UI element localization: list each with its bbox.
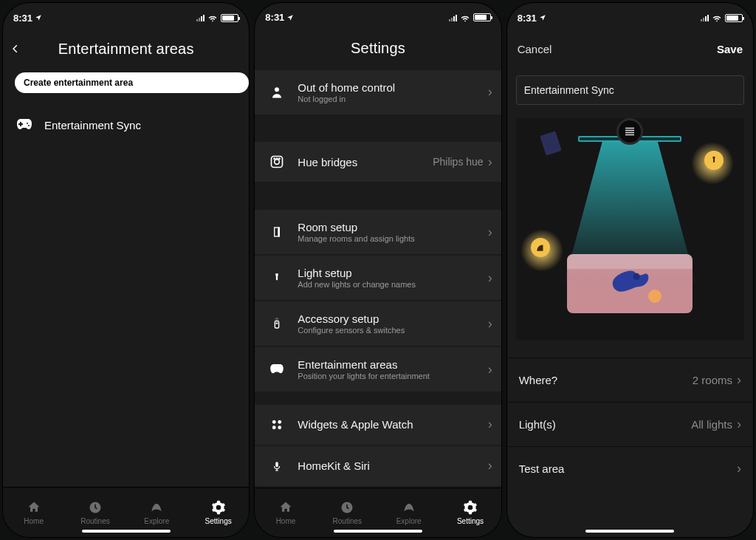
svg-rect-11 bbox=[276, 323, 278, 324]
light-bulb-topright[interactable] bbox=[704, 151, 724, 170]
signal-icon bbox=[449, 14, 457, 21]
nav-bar: Cancel Save bbox=[507, 33, 753, 65]
page-title: Entertainment areas bbox=[58, 41, 194, 58]
back-button[interactable] bbox=[10, 33, 21, 65]
chevron-right-icon: › bbox=[488, 458, 492, 474]
projector-icon[interactable] bbox=[616, 118, 643, 145]
cancel-button[interactable]: Cancel bbox=[518, 43, 552, 55]
battery-icon bbox=[725, 14, 743, 22]
tab-settings[interactable]: Settings bbox=[439, 488, 501, 537]
light-bulb-left[interactable] bbox=[531, 238, 550, 257]
save-button[interactable]: Save bbox=[717, 43, 743, 55]
location-icon bbox=[539, 14, 546, 21]
svg-point-6 bbox=[279, 159, 280, 160]
tab-settings[interactable]: Settings bbox=[188, 488, 249, 537]
option-test-area[interactable]: Test area › bbox=[507, 446, 753, 491]
svg-point-12 bbox=[272, 420, 276, 424]
svg-point-4 bbox=[274, 159, 275, 160]
signal-icon bbox=[196, 14, 205, 21]
wifi-icon bbox=[207, 13, 218, 23]
settings-light-setup[interactable]: Light setupAdd new lights or change name… bbox=[255, 256, 501, 300]
svg-point-3 bbox=[275, 160, 280, 165]
nav-bar: Settings bbox=[255, 32, 501, 64]
chevron-right-icon: › bbox=[488, 417, 492, 432]
svg-point-1 bbox=[275, 87, 279, 92]
person-icon bbox=[267, 85, 287, 100]
page-title: Settings bbox=[351, 40, 405, 57]
entertainment-area-label: Entertainment Sync bbox=[44, 119, 141, 131]
wifi-icon bbox=[460, 13, 470, 23]
chevron-right-icon: › bbox=[488, 316, 492, 332]
light-panel-left[interactable] bbox=[540, 131, 562, 155]
battery-icon bbox=[221, 14, 238, 22]
screen-settings: 8:31 Settings Out of home controlNot log… bbox=[255, 3, 501, 537]
microphone-icon bbox=[267, 458, 287, 474]
tab-home[interactable]: Home bbox=[3, 488, 64, 537]
home-indicator[interactable] bbox=[334, 530, 422, 533]
settings-out-of-home[interactable]: Out of home controlNot logged in › bbox=[255, 70, 501, 115]
chevron-right-icon: › bbox=[488, 270, 492, 286]
create-entertainment-area-button[interactable]: Create entertainment area bbox=[15, 72, 249, 93]
svg-point-14 bbox=[272, 425, 276, 429]
widgets-icon bbox=[267, 418, 287, 431]
svg-point-18 bbox=[633, 273, 640, 280]
home-indicator[interactable] bbox=[585, 530, 674, 533]
nav-bar: Entertainment areas bbox=[3, 33, 249, 65]
status-bar: 8:31 bbox=[507, 3, 753, 33]
home-indicator[interactable] bbox=[82, 530, 171, 533]
chevron-right-icon: › bbox=[488, 84, 492, 100]
option-lights[interactable]: Light(s) All lights › bbox=[507, 402, 753, 446]
character-graphic bbox=[609, 263, 650, 297]
area-name-input[interactable]: Entertainment Sync bbox=[516, 75, 744, 105]
ball-graphic bbox=[648, 290, 662, 303]
signal-icon bbox=[701, 14, 709, 21]
controller-icon bbox=[15, 117, 34, 133]
chevron-right-icon: › bbox=[737, 417, 741, 432]
location-icon bbox=[35, 14, 42, 21]
chevron-right-icon: › bbox=[488, 225, 492, 240]
svg-point-13 bbox=[278, 420, 282, 424]
settings-accessory-setup[interactable]: Accessory setupConfigure sensors & switc… bbox=[255, 301, 501, 346]
wifi-icon bbox=[712, 13, 722, 23]
status-time: 8:31 bbox=[13, 13, 32, 24]
status-bar: 8:31 bbox=[255, 3, 501, 32]
svg-point-5 bbox=[277, 159, 278, 160]
svg-point-9 bbox=[278, 231, 279, 232]
chevron-right-icon: › bbox=[488, 362, 492, 377]
entertainment-area-row[interactable]: Entertainment Sync bbox=[3, 106, 249, 143]
screen-edit-entertainment-area: 8:31 Cancel Save Entertainment Sync bbox=[507, 3, 753, 537]
settings-hue-bridges[interactable]: Hue bridges Philips hue › bbox=[255, 142, 501, 182]
accessory-icon bbox=[267, 316, 287, 331]
svg-point-15 bbox=[278, 425, 282, 429]
door-icon bbox=[267, 225, 287, 239]
settings-room-setup[interactable]: Room setupManage rooms and assign lights… bbox=[255, 210, 501, 254]
bulb-icon bbox=[267, 270, 287, 285]
svg-rect-8 bbox=[275, 228, 278, 236]
svg-rect-16 bbox=[276, 462, 279, 467]
settings-entertainment-areas[interactable]: Entertainment areasPosition your lights … bbox=[255, 347, 501, 392]
tab-home[interactable]: Home bbox=[255, 488, 316, 537]
battery-icon bbox=[473, 13, 491, 21]
bridge-icon bbox=[267, 154, 287, 169]
svg-rect-10 bbox=[275, 321, 279, 328]
screen-entertainment-areas: 8:31 Entertainment areas Create entertai… bbox=[3, 3, 249, 537]
status-time: 8:31 bbox=[265, 12, 284, 23]
chevron-right-icon: › bbox=[737, 461, 741, 476]
chevron-right-icon: › bbox=[488, 154, 492, 170]
location-icon bbox=[286, 14, 294, 21]
option-where[interactable]: Where? 2 rooms › bbox=[507, 358, 753, 402]
settings-homekit[interactable]: HomeKit & Siri › bbox=[255, 446, 501, 486]
chevron-right-icon: › bbox=[737, 372, 741, 388]
status-bar: 8:31 bbox=[3, 3, 249, 33]
status-time: 8:31 bbox=[518, 13, 537, 24]
controller-icon bbox=[267, 364, 287, 375]
settings-widgets[interactable]: Widgets & Apple Watch › bbox=[255, 405, 501, 445]
light-placement-scene[interactable] bbox=[516, 118, 744, 340]
